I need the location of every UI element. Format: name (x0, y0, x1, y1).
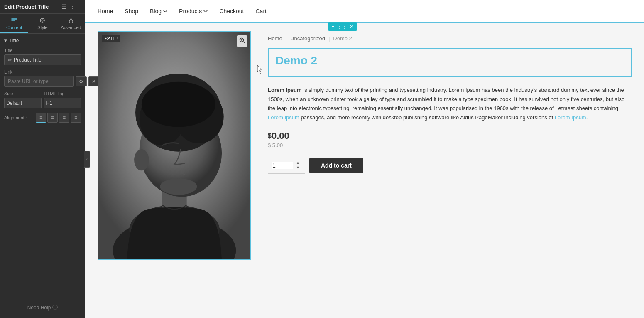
content-icon (11, 17, 17, 24)
desc-link1[interactable]: Lorem Ipsum (268, 114, 299, 121)
section-title-toggle[interactable]: ▾ Title (4, 38, 81, 44)
size-field: Size Default Small Medium Large (4, 91, 42, 108)
image-section: SALE! (98, 31, 251, 310)
product-area: SALE! (85, 23, 644, 318)
size-label: Size (4, 91, 42, 96)
price-value: 0.00 (272, 131, 289, 141)
align-justify-btn[interactable]: ≡ (71, 113, 81, 123)
quantity-input[interactable]: 1 (272, 162, 293, 169)
product-title-box: Demo 2 (268, 48, 632, 77)
html-tag-select[interactable]: H1 H2 H3 H4 H5 H6 DIV SPAN P (44, 98, 81, 108)
title-input[interactable] (14, 57, 77, 63)
top-nav: Home Shop Blog Products Checkout Cart + … (85, 0, 644, 23)
help-circle-icon: ⓘ (52, 304, 58, 311)
left-panel: Edit Product Title ☰ ⋮⋮ Content Style Ad… (0, 0, 85, 318)
grid-icon[interactable]: ⋮⋮ (69, 3, 81, 10)
align-right-btn[interactable]: ≡ (59, 113, 69, 123)
element-toolbar: + ⋮⋮ ✕ (328, 22, 357, 31)
price-original: $ 5.00 (268, 142, 632, 148)
tab-style[interactable]: Style (28, 14, 56, 33)
align-center-btn[interactable]: ≡ (47, 113, 58, 123)
breadcrumb-home[interactable]: Home (268, 35, 282, 42)
alignment-info-icon: ℹ (26, 116, 28, 120)
product-image (98, 32, 250, 259)
link-field-label: Link (4, 69, 81, 74)
alignment-buttons: ≡ ≡ ≡ ≡ (36, 113, 81, 123)
html-tag-field: HTML Tag H1 H2 H3 H4 H5 H6 DIV SPAN P (44, 91, 81, 108)
nav-shop[interactable]: Shop (125, 8, 138, 15)
menu-icon[interactable]: ☰ (61, 3, 67, 10)
qty-up-btn[interactable]: ▲ (295, 160, 301, 165)
price-current: $ 0.00 (268, 131, 632, 141)
quantity-wrapper: 1 ▲ ▼ (268, 157, 305, 174)
sale-badge: SALE! (102, 35, 120, 42)
title-input-wrapper[interactable]: ✏ (4, 54, 81, 65)
blog-chevron-icon (163, 9, 167, 13)
link-input[interactable] (4, 76, 74, 87)
breadcrumb-sep2: | (328, 35, 330, 42)
close-element-btn[interactable]: ✕ (350, 24, 354, 30)
product-description: Lorem Ipsum is simply dummy text of the … (268, 86, 632, 122)
style-icon (39, 17, 46, 24)
tab-advanced[interactable]: Advanced (57, 14, 85, 33)
breadcrumb: Home | Uncategorized | Demo 2 (268, 35, 632, 42)
add-element-btn[interactable]: + (331, 24, 334, 30)
svg-point-10 (142, 82, 215, 127)
add-to-cart-row: 1 ▲ ▼ Add to cart (268, 157, 632, 174)
breadcrumb-category[interactable]: Uncategorized (290, 35, 325, 42)
desc-link2[interactable]: Lorem Ipsum (555, 114, 586, 121)
alignment-label: Alignment (4, 115, 24, 120)
nav-home[interactable]: Home (98, 8, 113, 15)
desc-body: is simply dummy text of the printing and… (268, 87, 624, 121)
advanced-icon (68, 17, 74, 24)
panel-tabs: Content Style Advanced (0, 14, 85, 34)
size-html-row: Size Default Small Medium Large HTML Tag… (4, 91, 81, 108)
title-section: ▾ Title Title ✏ Link ⚙ ✕ Size Default Sm… (0, 34, 85, 129)
zoom-icon[interactable] (237, 35, 247, 47)
drag-handle-icon[interactable]: ⋮⋮ (337, 24, 347, 30)
product-title: Demo 2 (275, 54, 624, 67)
add-to-cart-button[interactable]: Add to cart (309, 158, 363, 173)
link-field-wrapper: ⚙ ✕ (4, 76, 81, 87)
product-image-wrapper: SALE! (98, 31, 251, 260)
pencil-icon: ✏ (8, 57, 12, 63)
breadcrumb-sep1: | (286, 35, 287, 42)
link-settings-btn[interactable]: ⚙ (76, 76, 87, 86)
price-section: $ 0.00 $ 5.00 (268, 131, 632, 148)
breadcrumb-current: Demo 2 (333, 35, 352, 42)
panel-header-icons: ☰ ⋮⋮ (61, 3, 81, 10)
main-content: Home Shop Blog Products Checkout Cart + … (85, 0, 644, 318)
alignment-label-wrap: Alignment ℹ (4, 115, 28, 120)
nav-checkout[interactable]: Checkout (219, 8, 244, 15)
need-help-link[interactable]: Need Help ⓘ (0, 297, 85, 318)
panel-header: Edit Product Title ☰ ⋮⋮ (0, 0, 85, 14)
chevron-down-icon: ▾ (4, 38, 7, 44)
price-dollar: $ (268, 132, 272, 140)
products-chevron-icon (203, 9, 208, 13)
product-info: Home | Uncategorized | Demo 2 Demo 2 Lor… (268, 31, 632, 310)
title-field-label: Title (4, 48, 81, 53)
panel-title: Edit Product Title (4, 4, 49, 10)
nav-products[interactable]: Products (179, 8, 208, 15)
qty-down-btn[interactable]: ▼ (295, 165, 301, 170)
size-select[interactable]: Default Small Medium Large (4, 98, 42, 108)
html-tag-label: HTML Tag (44, 91, 81, 96)
nav-cart[interactable]: Cart (256, 8, 267, 15)
qty-spinners: ▲ ▼ (295, 160, 301, 170)
align-left-btn[interactable]: ≡ (36, 113, 46, 123)
alignment-row: Alignment ℹ ≡ ≡ ≡ ≡ (4, 113, 81, 123)
tab-content[interactable]: Content (0, 14, 28, 33)
panel-collapse-handle[interactable]: ‹ (84, 151, 90, 168)
desc-intro-bold: Lorem Ipsum (268, 87, 302, 93)
svg-point-11 (134, 149, 149, 170)
svg-point-12 (160, 178, 197, 195)
nav-blog[interactable]: Blog (150, 8, 167, 15)
